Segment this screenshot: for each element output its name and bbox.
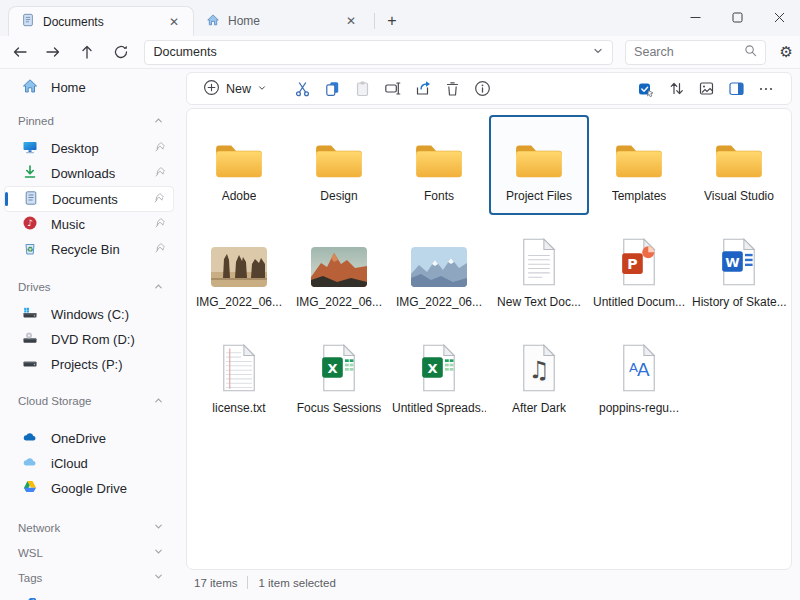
minimize-button[interactable] [674, 0, 716, 34]
properties-info-button[interactable] [467, 76, 497, 102]
address-bar[interactable]: Documents [144, 40, 613, 65]
details-pane-button[interactable] [721, 76, 751, 102]
sidebar-item-downloads[interactable]: Downloads [4, 161, 174, 186]
tab-home[interactable]: Home ✕ [194, 6, 370, 36]
document-icon [21, 13, 35, 30]
pin-icon [153, 192, 165, 207]
excel-file[interactable]: X Focus Sessions [289, 327, 389, 427]
chevron-up-icon[interactable] [153, 281, 164, 294]
sidebar-item-documents[interactable]: Documents [4, 186, 174, 212]
sidebar-item-icloud[interactable]: iCloud [4, 451, 174, 476]
tab-bar: Documents ✕ Home ✕ + [0, 0, 800, 36]
photo-file[interactable]: IMG_2022_06... [189, 221, 289, 321]
delete-button[interactable] [437, 76, 467, 102]
rename-button[interactable] [377, 76, 407, 102]
sidebar-item-onedrive[interactable]: OneDrive [4, 426, 174, 451]
sidebar-section-drives[interactable]: Drives [0, 276, 178, 298]
sidebar-section-cloud-storage[interactable]: Cloud Storage [0, 390, 178, 412]
svg-text:X: X [327, 361, 337, 376]
close-button[interactable] [758, 0, 800, 34]
excel-icon: X [320, 329, 358, 393]
tab-close-icon[interactable]: ✕ [165, 13, 183, 31]
new-button-label: New [226, 82, 251, 96]
tab-documents[interactable]: Documents ✕ [8, 6, 194, 36]
file-grid: Adobe Design Fonts Project Files Templat… [186, 108, 792, 570]
sidebar-item-tag-home[interactable]: Home [4, 592, 174, 600]
text-document-icon [220, 329, 258, 393]
audio-file[interactable]: ♫ After Dark [489, 327, 589, 427]
svg-text:♪: ♪ [27, 218, 33, 228]
file-label: Untitled Spreads... [392, 401, 486, 415]
folder-templates[interactable]: Templates [589, 115, 689, 215]
text-document-file[interactable]: New Text Doc... [489, 221, 589, 321]
sidebar-section-pinned[interactable]: Pinned [0, 110, 178, 132]
sidebar-item-label: Music [51, 217, 141, 232]
folder-project-files[interactable]: Project Files [489, 115, 589, 215]
maximize-button[interactable] [716, 0, 758, 34]
sidebar: Home Pinned Desktop Downloads Documents … [0, 70, 178, 600]
copy-button[interactable] [317, 76, 347, 102]
folder-visual-studio[interactable]: Visual Studio [689, 115, 789, 215]
powerpoint-icon: P [620, 223, 658, 287]
chevron-down-icon[interactable] [153, 571, 164, 584]
word-file[interactable]: W History of Skate... [689, 221, 789, 321]
photo-thumbnail [311, 223, 367, 287]
share-button[interactable] [407, 76, 437, 102]
select-all-button[interactable] [631, 76, 661, 102]
sidebar-item-music[interactable]: ♪ Music [4, 212, 174, 237]
folder-icon [613, 117, 665, 181]
music-note-icon: ♫ [520, 329, 558, 393]
text-file-license[interactable]: license.txt [189, 327, 289, 427]
tab-close-icon[interactable]: ✕ [342, 12, 360, 30]
search-input[interactable]: Search [625, 40, 766, 65]
new-button[interactable]: New [197, 76, 273, 102]
search-icon [744, 44, 757, 60]
view-options-button[interactable] [691, 76, 721, 102]
font-file[interactable]: AA poppins-regu... [589, 327, 689, 427]
cut-button[interactable] [287, 76, 317, 102]
sidebar-section-network[interactable]: Network [0, 515, 178, 540]
chevron-up-icon[interactable] [153, 115, 164, 128]
more-options-button[interactable] [751, 76, 781, 102]
sort-button[interactable] [661, 76, 691, 102]
folder-adobe[interactable]: Adobe [189, 115, 289, 215]
section-label: Tags [18, 572, 153, 584]
sidebar-item-home[interactable]: Home [4, 74, 174, 100]
section-label: Drives [18, 281, 153, 293]
sidebar-item-label: Desktop [51, 141, 141, 156]
file-label: license.txt [212, 401, 265, 415]
file-label: Untitled Docum... [593, 295, 685, 309]
chevron-down-icon[interactable] [153, 521, 164, 534]
up-button[interactable] [73, 39, 101, 65]
chevron-down-icon[interactable] [592, 45, 604, 60]
sidebar-section-wsl[interactable]: WSL [0, 540, 178, 565]
sidebar-item-label: iCloud [51, 456, 166, 471]
refresh-button[interactable] [107, 39, 135, 65]
sidebar-item-dvd-d[interactable]: DVD Rom (D:) [4, 327, 174, 352]
folder-design[interactable]: Design [289, 115, 389, 215]
sidebar-item-recycle-bin[interactable]: ♻ Recycle Bin [4, 237, 174, 262]
chevron-up-icon[interactable] [153, 395, 164, 408]
photo-file[interactable]: IMG_2022_06... [289, 221, 389, 321]
sidebar-item-desktop[interactable]: Desktop [4, 136, 174, 161]
paste-button[interactable] [347, 76, 377, 102]
chevron-down-icon[interactable] [153, 546, 164, 559]
sidebar-item-windows-c[interactable]: Windows (C:) [4, 302, 174, 327]
new-tab-button[interactable]: + [379, 8, 405, 34]
excel-file[interactable]: X Untitled Spreads... [389, 327, 489, 427]
back-button[interactable] [6, 39, 34, 65]
tab-label: Home [228, 14, 334, 28]
folder-fonts[interactable]: Fonts [389, 115, 489, 215]
photo-file[interactable]: IMG_2022_06... [389, 221, 489, 321]
settings-gear-icon[interactable]: ⚙ [772, 39, 800, 65]
sidebar-item-google-drive[interactable]: Google Drive [4, 476, 174, 501]
sidebar-section-tags[interactable]: Tags [0, 565, 178, 590]
photo-thumbnail [211, 223, 267, 287]
forward-button[interactable] [40, 39, 68, 65]
sidebar-item-label: OneDrive [51, 431, 166, 446]
section-label: Cloud Storage [18, 395, 153, 407]
powerpoint-file[interactable]: P Untitled Docum... [589, 221, 689, 321]
sidebar-item-projects-p[interactable]: Projects (P:) [4, 352, 174, 377]
folder-icon [513, 117, 565, 181]
svg-text:A: A [637, 359, 650, 380]
